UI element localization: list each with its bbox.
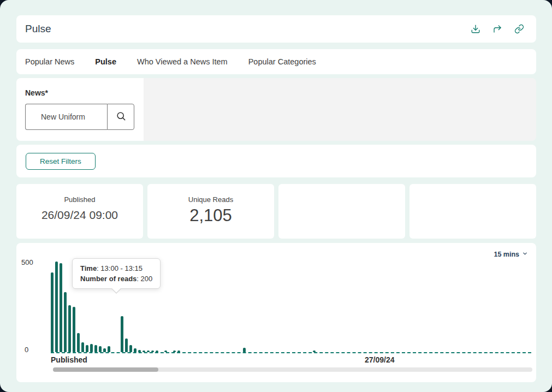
bar-slot [221, 262, 225, 352]
bar-slot [330, 262, 335, 352]
bar-slot [269, 262, 274, 352]
bar-slot [357, 262, 361, 352]
bar-slot [313, 262, 317, 352]
bar[interactable] [77, 333, 80, 352]
chart-scrollbar-thumb[interactable] [53, 367, 158, 372]
bar-slot [239, 262, 243, 352]
bar[interactable] [125, 338, 128, 352]
bar[interactable] [313, 351, 316, 352]
bar-slot [195, 262, 199, 352]
bar-slot [234, 262, 239, 352]
link-button[interactable] [514, 24, 524, 34]
bar-slot [378, 262, 383, 352]
tooltip-reads-value: 200 [141, 275, 153, 283]
bar[interactable] [164, 351, 167, 352]
tooltip-reads-row: Number of reads: 200 [80, 274, 152, 284]
bar-slot [274, 262, 278, 352]
bar-slot [177, 262, 182, 352]
bar[interactable] [147, 351, 150, 352]
news-filter-label: News* [25, 88, 135, 97]
bar[interactable] [103, 348, 106, 352]
bar-slot [339, 262, 343, 352]
bar[interactable] [173, 351, 176, 352]
tab-who-viewed[interactable]: Who Viewed a News Item [137, 57, 228, 66]
bar[interactable] [86, 345, 88, 352]
bar-slot [326, 262, 330, 352]
bar[interactable] [90, 344, 93, 352]
bar-slot [217, 262, 221, 352]
bar-slot [444, 262, 448, 352]
x-axis-date-label: 27/09/24 [365, 355, 395, 364]
bar[interactable] [243, 348, 246, 352]
chart-scrollbar[interactable] [53, 367, 532, 372]
bar[interactable] [60, 263, 62, 352]
bar[interactable] [73, 307, 75, 352]
bar-slot [169, 262, 173, 352]
bar[interactable] [68, 305, 71, 352]
bar[interactable] [156, 351, 158, 352]
bar[interactable] [143, 351, 145, 352]
bar-slot [435, 262, 440, 352]
bar-slot [295, 262, 300, 352]
bar[interactable] [64, 292, 67, 352]
stat-value: 26/09/24 09:00 [16, 209, 143, 222]
tab-popular-categories[interactable]: Popular Categories [248, 57, 316, 66]
bar-slot [252, 262, 256, 352]
bar[interactable] [121, 316, 123, 352]
bar-slot [523, 262, 527, 352]
bar-slot [260, 262, 265, 352]
bar[interactable] [99, 346, 102, 352]
stats-row: Published 26/09/24 09:00 Unique Reads 2,… [16, 184, 536, 239]
bar[interactable] [134, 348, 136, 352]
bar[interactable] [108, 346, 110, 352]
chart-plot-area: Time: 13:00 - 13:15 Number of reads: 200 [51, 263, 531, 353]
bar-slot [514, 262, 518, 352]
bar-slot [492, 262, 496, 352]
bar-slot [287, 262, 291, 352]
bar[interactable] [138, 350, 141, 352]
bar[interactable] [94, 345, 97, 352]
bar-slot [230, 262, 234, 352]
bar-slot [496, 262, 501, 352]
bar[interactable] [51, 272, 54, 352]
bar-slot [501, 262, 505, 352]
bar-slot [374, 262, 378, 352]
bar-slot [182, 262, 186, 352]
bar-slot [212, 262, 217, 352]
share-button[interactable] [492, 24, 502, 34]
tooltip-reads-label: Number of reads [80, 275, 136, 283]
bar-slot [387, 262, 391, 352]
bar[interactable] [129, 345, 132, 352]
download-button[interactable] [471, 24, 480, 34]
bar-slot [256, 262, 260, 352]
interval-dropdown[interactable]: 15 mins [494, 251, 528, 258]
bar[interactable] [177, 351, 180, 352]
bar[interactable] [151, 351, 154, 352]
bar-slot [488, 262, 492, 352]
bar-slot [505, 262, 509, 352]
bar-slot [483, 262, 488, 352]
bar-slot [317, 262, 322, 352]
bar-slot [265, 262, 269, 352]
bar[interactable] [55, 262, 58, 352]
chevron-down-icon [522, 251, 528, 258]
bar-slot [431, 262, 435, 352]
bar-slot [405, 262, 409, 352]
bar-slot [186, 262, 191, 352]
tab-popular-news[interactable]: Popular News [25, 57, 74, 66]
news-search-input[interactable] [25, 104, 107, 130]
stat-card-published: Published 26/09/24 09:00 [16, 184, 143, 239]
bar-slot [418, 262, 422, 352]
bar[interactable] [81, 342, 84, 352]
download-icon [471, 24, 480, 34]
news-filter-cell: News* [16, 78, 144, 141]
news-search-button[interactable] [107, 104, 134, 130]
reset-filters-button[interactable]: Reset Filters [26, 153, 96, 170]
bar-slot [278, 262, 282, 352]
tab-pulse[interactable]: Pulse [95, 57, 116, 66]
reset-row: Reset Filters [16, 145, 536, 177]
bar-slot [60, 262, 64, 352]
bar-slot [527, 262, 531, 352]
bar-slot [470, 262, 474, 352]
bar-slot [391, 262, 396, 352]
